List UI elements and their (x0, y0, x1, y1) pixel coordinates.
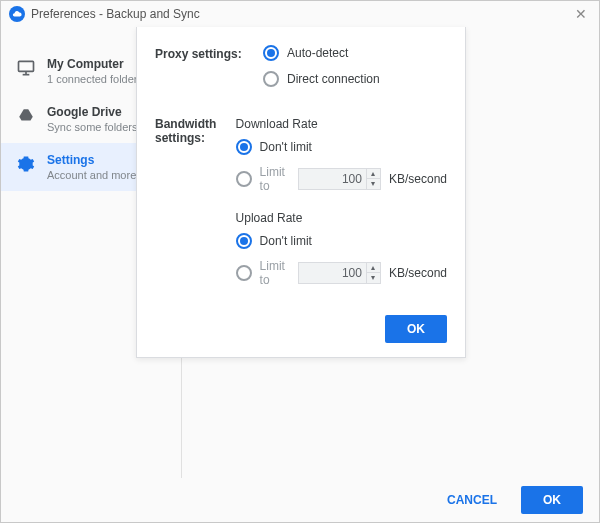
download-limit-to-option[interactable]: Limit to ▴ ▾ KB/second (236, 165, 447, 193)
gear-icon (15, 153, 37, 175)
monitor-icon (15, 57, 37, 79)
app-cloud-icon (9, 6, 25, 22)
cancel-button[interactable]: CANCEL (433, 486, 511, 514)
bandwidth-row: Bandwidth settings: Download Rate Don't … (155, 115, 447, 297)
titlebar: Preferences - Backup and Sync ✕ (1, 1, 599, 27)
panel-footer: OK (155, 315, 447, 343)
upload-limit-input[interactable]: ▴ ▾ (298, 262, 381, 284)
option-label: Limit to (260, 259, 295, 287)
radio-icon[interactable] (236, 171, 252, 187)
radio-icon[interactable] (236, 233, 252, 249)
upload-block: Upload Rate Don't limit Limit to ▴ (236, 211, 447, 287)
proxy-row: Proxy settings: Auto-detect Direct conne… (155, 45, 447, 97)
upload-rate-title: Upload Rate (236, 211, 447, 225)
close-icon[interactable]: ✕ (571, 6, 591, 22)
stepper[interactable]: ▴ ▾ (366, 263, 380, 283)
radio-icon[interactable] (236, 139, 252, 155)
sidebar-item-sub: Account and more (47, 169, 136, 181)
proxy-label: Proxy settings: (155, 45, 263, 97)
sidebar-item-sub: 1 connected folder (47, 73, 138, 85)
content-area: Proxy settings: Auto-detect Direct conne… (181, 27, 599, 478)
stepper-up-icon[interactable]: ▴ (367, 169, 380, 179)
proxy-auto-option[interactable]: Auto-detect (263, 45, 447, 61)
sidebar-item-label: My Computer (47, 57, 138, 71)
stepper-down-icon[interactable]: ▾ (367, 179, 380, 189)
download-limit-value[interactable] (299, 172, 366, 186)
option-label: Auto-detect (287, 46, 348, 60)
stepper-up-icon[interactable]: ▴ (367, 263, 380, 273)
upload-dont-limit-option[interactable]: Don't limit (236, 233, 447, 249)
download-rate-title: Download Rate (236, 117, 447, 131)
bottombar: CANCEL OK (1, 478, 599, 522)
option-label: Don't limit (260, 234, 312, 248)
option-label: Direct connection (287, 72, 380, 86)
download-limit-input[interactable]: ▴ ▾ (298, 168, 381, 190)
stepper[interactable]: ▴ ▾ (366, 169, 380, 189)
main: My Computer 1 connected folder Google Dr… (1, 27, 599, 478)
ok-button[interactable]: OK (521, 486, 583, 514)
download-dont-limit-option[interactable]: Don't limit (236, 139, 447, 155)
drive-icon (15, 105, 37, 127)
window-title: Preferences - Backup and Sync (31, 7, 200, 21)
sidebar-item-label: Google Drive (47, 105, 137, 119)
option-label: Don't limit (260, 140, 312, 154)
unit-label: KB/second (389, 172, 447, 186)
radio-icon[interactable] (236, 265, 252, 281)
radio-icon[interactable] (263, 71, 279, 87)
download-block: Download Rate Don't limit Limit to ▴ (236, 117, 447, 193)
upload-limit-value[interactable] (299, 266, 366, 280)
option-label: Limit to (260, 165, 295, 193)
sidebar-item-label: Settings (47, 153, 136, 167)
settings-panel: Proxy settings: Auto-detect Direct conne… (136, 27, 466, 358)
radio-icon[interactable] (263, 45, 279, 61)
proxy-direct-option[interactable]: Direct connection (263, 71, 447, 87)
panel-ok-button[interactable]: OK (385, 315, 447, 343)
cloud-icon (12, 9, 22, 19)
sidebar-item-sub: Sync some folders (47, 121, 137, 133)
unit-label: KB/second (389, 266, 447, 280)
svg-rect-0 (19, 61, 34, 71)
stepper-down-icon[interactable]: ▾ (367, 273, 380, 283)
upload-limit-to-option[interactable]: Limit to ▴ ▾ KB/second (236, 259, 447, 287)
bandwidth-label: Bandwidth settings: (155, 115, 236, 297)
